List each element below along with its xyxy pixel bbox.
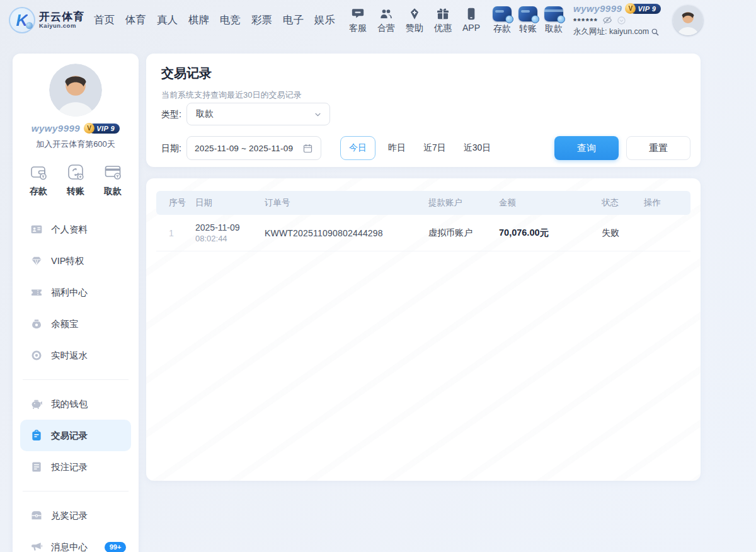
row-amount: 70,076.00元 xyxy=(499,227,602,239)
col-amount: 金额 xyxy=(499,197,602,209)
main-content: 交易记录 当前系统支持查询最近30日的交易记录 类型: 取款 日期: 2025-… xyxy=(146,54,701,481)
nav-lottery[interactable]: 彩票 xyxy=(250,11,273,30)
nav-entertainment[interactable]: 娱乐 xyxy=(313,11,336,30)
chevron-down-icon xyxy=(314,110,322,118)
row-date: 2025-11-09 xyxy=(195,222,265,233)
sidebar-item-vip[interactable]: VIP特权 xyxy=(13,245,139,277)
sidebar-item-bet-records[interactable]: 投注记录 xyxy=(13,451,139,483)
user-info-block: wywy9999 V VIP 9 ****** 永久网址: kaiyun.com xyxy=(573,3,668,37)
unread-count-badge: 99+ xyxy=(105,542,126,552)
sidebar-item-wallet[interactable]: 我的钱包 xyxy=(13,388,139,420)
quick-date-group: 今日 昨日 近7日 近30日 xyxy=(340,136,500,160)
id-card-icon xyxy=(30,223,43,236)
piggy-bank-icon xyxy=(30,398,43,410)
withdraw-quick-button[interactable]: 取款 xyxy=(103,163,122,197)
row-order-no: KWWT202511090802444298 xyxy=(265,228,428,238)
logo-domain-text: Kaiyun.com xyxy=(39,23,84,29)
treasure-chest-icon xyxy=(30,509,43,522)
type-select-value: 取款 xyxy=(196,108,314,120)
sidebar-item-welfare[interactable]: 福利中心 xyxy=(13,277,139,308)
nav-esports[interactable]: 电竞 xyxy=(219,11,242,30)
ledger-icon xyxy=(30,461,43,473)
sidebar-quick-actions: 存款 转账 取款 xyxy=(13,163,139,197)
sidebar-item-profile[interactable]: 个人资料 xyxy=(13,214,139,245)
col-date: 日期 xyxy=(195,197,265,209)
page-subtitle: 当前系统支持查询最近30日的交易记录 xyxy=(161,89,301,101)
logo-k-icon: K xyxy=(9,7,35,33)
target-icon xyxy=(30,349,43,362)
permanent-url-label: 永久网址: kaiyun.com xyxy=(573,26,649,37)
gem-icon xyxy=(30,255,43,267)
nav-card-games[interactable]: 棋牌 xyxy=(187,11,210,30)
partnership-button[interactable]: 合营 xyxy=(377,7,395,34)
type-select[interactable]: 取款 xyxy=(186,103,330,125)
date-filter-label: 日期: xyxy=(161,136,181,160)
quick-date-7days[interactable]: 近7日 xyxy=(415,136,455,160)
chevron-circle-icon[interactable] xyxy=(617,16,626,25)
wallet-icon xyxy=(29,163,48,181)
records-table-card: 序号 日期 订单号 提款账户 金额 状态 操作 1 2025-11-09 08:… xyxy=(146,178,701,481)
sidebar-item-messages[interactable]: 消息中心 99+ xyxy=(13,531,139,552)
eye-off-icon[interactable] xyxy=(602,15,612,25)
transfer-quick-button[interactable]: 转账 xyxy=(66,163,85,197)
customer-service-button[interactable]: 客服 xyxy=(349,7,367,34)
vip-badge: V VIP 9 xyxy=(625,4,661,14)
transaction-bag-icon xyxy=(30,429,43,442)
app-download-button[interactable]: APP xyxy=(462,7,480,34)
sidebar-username: wywy9999 xyxy=(32,123,80,134)
money-pot-icon xyxy=(30,318,43,330)
date-range-input[interactable]: 2025-11-09 ~ 2025-11-09 xyxy=(186,136,321,160)
main-nav: 首页 体育 真人 棋牌 电竞 彩票 电子 娱乐 xyxy=(93,11,336,30)
smartphone-icon xyxy=(464,7,478,21)
withdraw-button[interactable]: 取款 xyxy=(544,6,563,35)
row-index: 1 xyxy=(169,228,195,238)
date-range-value: 2025-11-09 ~ 2025-11-09 xyxy=(195,144,302,153)
logo-brand-text: 开云体育 xyxy=(39,11,84,23)
sidebar-item-prize-records[interactable]: 兑奖记录 xyxy=(13,500,139,531)
header-avatar[interactable] xyxy=(673,5,703,35)
vip-emblem-icon: V xyxy=(84,123,94,134)
type-filter-label: 类型: xyxy=(161,103,181,125)
avatar-photo xyxy=(673,5,703,35)
sidebar-item-transactions[interactable]: 交易记录 xyxy=(20,420,131,451)
promotions-button[interactable]: 优惠 xyxy=(434,7,452,34)
username: wywy9999 xyxy=(573,3,622,14)
quick-date-today[interactable]: 今日 xyxy=(340,136,375,160)
deposit-quick-button[interactable]: 存款 xyxy=(29,163,48,197)
row-account: 虚拟币账户 xyxy=(428,227,499,239)
ticket-icon xyxy=(30,286,43,299)
nav-live-casino[interactable]: 真人 xyxy=(156,11,179,30)
quick-date-30days[interactable]: 近30日 xyxy=(455,136,500,160)
row-time: 08:02:44 xyxy=(195,234,265,243)
transfer-arrows-icon xyxy=(66,163,85,181)
transfer-card-icon xyxy=(518,6,537,21)
nav-home[interactable]: 首页 xyxy=(93,11,116,30)
col-order-no: 订单号 xyxy=(265,197,428,209)
search-icon[interactable] xyxy=(651,28,660,37)
page: K 开云体育 Kaiyun.com 首页 体育 真人 棋牌 电竞 彩票 电子 娱… xyxy=(0,0,756,552)
row-datetime: 2025-11-09 08:02:44 xyxy=(195,222,265,243)
sidebar-avatar[interactable] xyxy=(49,64,102,117)
deposit-button[interactable]: 存款 xyxy=(493,6,512,35)
sidebar: wywy9999 V VIP 9 加入开云体育第600天 存款 转账 取款 xyxy=(13,54,139,552)
membership-days-text: 加入开云体育第600天 xyxy=(13,139,139,150)
col-status: 状态 xyxy=(602,197,644,209)
row-status: 失败 xyxy=(602,227,644,239)
transfer-button[interactable]: 转账 xyxy=(518,6,537,35)
balance-mask: ****** xyxy=(573,16,598,25)
search-button[interactable]: 查询 xyxy=(554,136,619,160)
table-header: 序号 日期 订单号 提款账户 金额 状态 操作 xyxy=(156,191,690,215)
people-icon xyxy=(379,7,393,21)
nav-slots[interactable]: 电子 xyxy=(282,11,305,30)
sidebar-item-yuebao[interactable]: 余额宝 xyxy=(13,308,139,340)
sponsor-button[interactable]: 赞助 xyxy=(406,7,423,34)
withdraw-card-icon xyxy=(544,6,563,21)
col-action: 操作 xyxy=(644,197,690,209)
vip-badge: V VIP 9 xyxy=(84,124,120,134)
quick-date-yesterday[interactable]: 昨日 xyxy=(379,136,415,160)
sidebar-item-rebate[interactable]: 实时返水 xyxy=(13,340,139,371)
site-logo[interactable]: K 开云体育 Kaiyun.com xyxy=(9,7,84,33)
col-index: 序号 xyxy=(169,197,195,209)
nav-sports[interactable]: 体育 xyxy=(124,11,147,30)
reset-button[interactable]: 重置 xyxy=(626,136,690,160)
